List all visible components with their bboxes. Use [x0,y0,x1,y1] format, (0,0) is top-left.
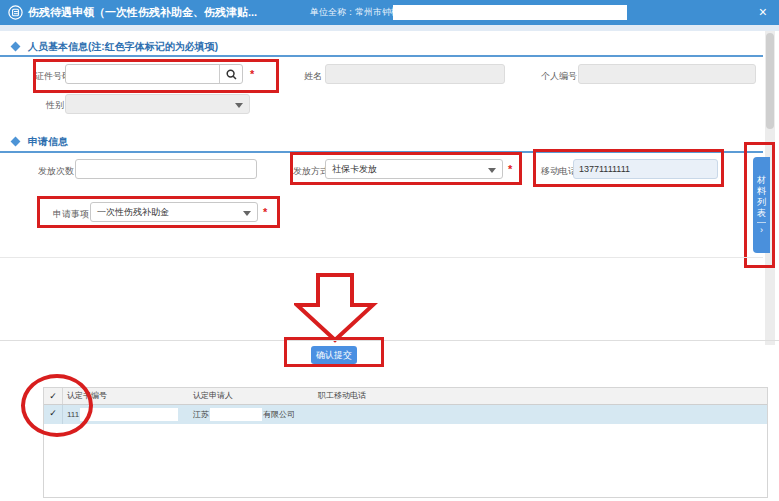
window: 伤残待遇申领（一次性伤残补助金、伤残津贴... 单位全称：常州市钟楼区 × 人员… [0,0,779,501]
row-cert-no: 111 [67,407,79,423]
content-bottom-divider [0,257,763,258]
results-table: ✓ 认定书编号 认定申请人 职工移动电话 ✓ 111 江苏 有限公司 [43,387,768,498]
cert-no-input[interactable] [65,64,243,84]
table-row[interactable]: ✓ 111 江苏 有限公司 [44,405,767,424]
pay-method-value: 社保卡发放 [332,164,377,174]
search-button[interactable] [219,65,242,83]
name-label: 姓名 [304,70,322,83]
gender-select [65,94,250,114]
search-icon [226,69,237,80]
chevron-down-icon [488,168,496,173]
document-icon [8,5,23,20]
col-header-applicant[interactable]: 认定申请人 [189,388,314,404]
materials-tab-label: 材料列表 [757,175,767,219]
row-checkbox[interactable]: ✓ [49,408,57,418]
pay-times-input[interactable] [75,159,257,179]
section-apply-header: 申请信息 [10,135,68,147]
redaction-box [210,408,262,421]
apply-item-value: 一次性伤残补助金 [97,207,169,217]
row-applicant-prefix: 江苏 [193,407,209,423]
close-icon[interactable]: × [759,0,767,25]
header-checkbox[interactable]: ✓ [49,391,57,401]
window-title: 伤残待遇申领（一次性伤残补助金、伤残津贴... [28,0,257,25]
section-apply-title: 申请信息 [28,136,68,147]
row-phone [314,405,767,424]
diamond-icon [11,42,21,52]
required-asterisk: * [263,206,267,218]
apply-item-label: 申请事项 [53,208,89,221]
section-divider [0,55,763,57]
section-basic-header: 人员基本信息(注:红色字体标记的为必填项) [10,40,218,52]
col-header-phone[interactable]: 职工移动电话 [314,388,767,404]
scrollbar-thumb[interactable] [766,33,774,129]
pay-method-select[interactable]: 社保卡发放 [325,159,503,179]
chevron-right-icon: › [760,226,763,235]
apply-item-select[interactable]: 一次性伤残补助金 [90,202,258,222]
mobile-input[interactable] [573,159,718,179]
chevron-down-icon [243,211,251,216]
personal-no-label: 个人编号 [541,70,577,83]
diamond-icon [11,137,21,147]
table-header-row: ✓ 认定书编号 认定申请人 职工移动电话 [44,388,767,405]
pay-times-label: 发放次数 [38,165,74,178]
col-header-cert-no[interactable]: 认定书编号 [63,388,189,404]
unit-name-redaction [393,5,627,20]
name-input [325,64,505,84]
chevron-down-icon [235,103,243,108]
required-asterisk: * [250,68,254,80]
footer-divider [0,340,779,341]
tab-divider [757,222,766,223]
pay-method-label: 发放方式 [293,165,329,178]
materials-list-tab[interactable]: 材料列表 › [753,157,770,253]
section-divider [0,151,763,153]
confirm-submit-button[interactable]: 确认提交 [311,346,357,364]
gender-label: 性别 [46,99,64,112]
titlebar: 伤残待遇申领（一次性伤残补助金、伤残津贴... 单位全称：常州市钟楼区 × [0,0,779,25]
section-basic-title: 人员基本信息(注:红色字体标记的为必填项) [28,41,218,52]
mobile-label: 移动电话 [541,165,577,178]
redaction-box [80,408,178,421]
row-applicant-suffix: 有限公司 [263,407,295,423]
personal-no-input [578,64,756,84]
required-asterisk: * [508,163,512,175]
